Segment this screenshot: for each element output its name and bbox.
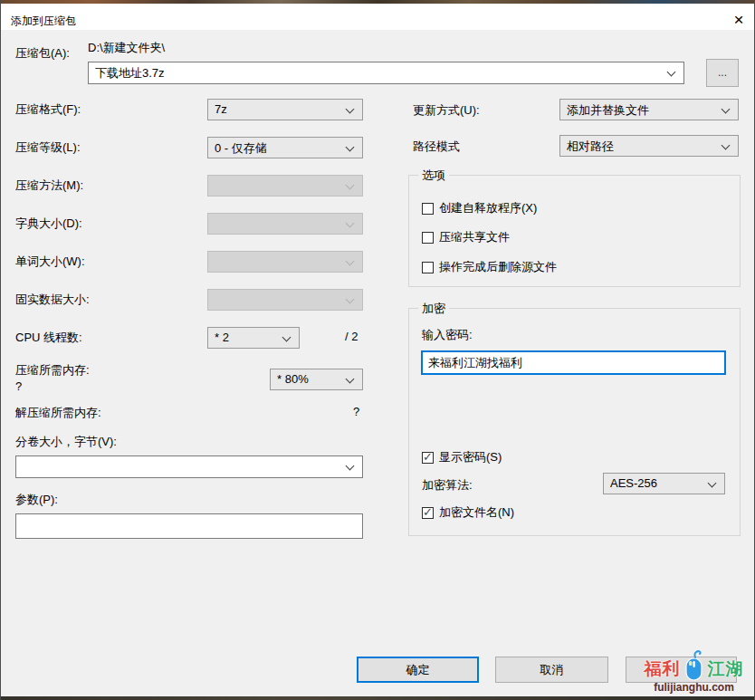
delete-after-checkbox-label: 操作完成后删除源文件	[439, 259, 557, 275]
chevron-down-icon	[722, 141, 731, 150]
chevron-down-icon	[346, 105, 355, 114]
chevron-down-icon	[667, 68, 676, 77]
memory-compress-amount: ?	[15, 379, 22, 393]
word-size-label: 单词大小(W):	[15, 254, 85, 270]
parameters-input[interactable]	[15, 513, 363, 539]
memory-percent-value: * 80%	[277, 372, 309, 386]
chevron-down-icon	[346, 181, 355, 190]
cpu-threads-total: / 2	[345, 330, 358, 343]
volume-size-combobox[interactable]	[15, 455, 363, 478]
memory-decompress-amount: ?	[353, 405, 359, 418]
encrypt-filenames-checkbox-label: 加密文件名(N)	[439, 504, 514, 521]
cpu-threads-label: CPU 线程数:	[15, 330, 82, 346]
checkbox-checked-icon	[422, 507, 434, 519]
chevron-down-icon	[346, 143, 355, 152]
encrypt-filenames-checkbox[interactable]: 加密文件名(N)	[422, 504, 514, 521]
encryption-method-value: AES-256	[610, 476, 657, 490]
solid-block-combobox	[207, 289, 363, 311]
options-group-title: 选项	[418, 168, 449, 184]
chevron-down-icon	[708, 479, 717, 488]
add-to-archive-dialog: 添加到压缩包 × 压缩包(A): D:\新建文件夹\ 下载地址3.7z ... …	[0, 0, 755, 700]
path-mode-combobox[interactable]: 相对路径	[559, 135, 739, 157]
chevron-down-icon	[346, 295, 355, 304]
ok-button[interactable]: 确定	[357, 657, 479, 683]
level-combobox[interactable]: 0 - 仅存储	[207, 137, 363, 158]
checkbox-icon	[422, 262, 434, 273]
method-combobox	[207, 175, 363, 197]
cancel-button[interactable]: 取消	[495, 657, 608, 683]
level-label: 压缩等级(L):	[15, 139, 81, 156]
memory-decompress-label: 解压缩所需内存:	[15, 405, 101, 421]
chevron-down-icon	[282, 333, 291, 342]
chevron-down-icon	[346, 375, 355, 384]
show-password-checkbox[interactable]: 显示密码(S)	[422, 449, 502, 465]
format-label: 压缩格式(F):	[15, 101, 81, 118]
help-button-covered[interactable]	[626, 657, 737, 683]
update-mode-label: 更新方式(U):	[413, 102, 480, 119]
title-bar: 添加到压缩包 ×	[1, 4, 755, 30]
shared-files-checkbox[interactable]: 压缩共享文件	[422, 229, 510, 245]
password-label: 输入密码:	[422, 327, 473, 343]
path-mode-label: 路径模式	[413, 139, 460, 155]
level-value: 0 - 仅存储	[215, 140, 267, 157]
memory-percent-combobox[interactable]: * 80%	[270, 369, 363, 390]
shared-files-checkbox-label: 压缩共享文件	[439, 229, 510, 245]
path-mode-value: 相对路径	[567, 139, 614, 155]
watermark-url: fulijianghu.com	[632, 681, 755, 694]
encryption-method-combobox[interactable]: AES-256	[603, 473, 725, 494]
archive-name-combobox[interactable]: 下载地址3.7z	[88, 62, 684, 84]
desktop-bottom-sliver	[1, 696, 755, 700]
browse-button[interactable]: ...	[706, 59, 739, 87]
encryption-method-label: 加密算法:	[422, 477, 473, 494]
archive-dir-path: D:\新建文件夹\	[88, 40, 165, 56]
method-label: 压缩方法(M):	[15, 177, 83, 194]
sfx-checkbox-label: 创建自释放程序(X)	[439, 200, 537, 216]
archive-label: 压缩包(A):	[15, 45, 70, 62]
checkbox-checked-icon	[422, 452, 434, 464]
delete-after-checkbox[interactable]: 操作完成后删除源文件	[422, 259, 557, 275]
chevron-down-icon	[346, 257, 355, 266]
sfx-checkbox[interactable]: 创建自释放程序(X)	[422, 200, 537, 216]
solid-block-label: 固实数据大小:	[15, 292, 90, 308]
cpu-threads-value: * 2	[215, 331, 229, 344]
show-password-checkbox-label: 显示密码(S)	[439, 449, 502, 465]
checkbox-icon	[422, 203, 434, 215]
cpu-threads-combobox[interactable]: * 2	[207, 327, 300, 349]
update-mode-value: 添加并替换文件	[567, 102, 649, 119]
close-icon[interactable]: ×	[722, 7, 755, 34]
archive-name-value: 下载地址3.7z	[95, 65, 165, 82]
chevron-down-icon	[722, 105, 731, 114]
password-input[interactable]	[421, 350, 726, 375]
update-mode-combobox[interactable]: 添加并替换文件	[559, 99, 739, 120]
word-size-combobox	[207, 251, 363, 273]
dictionary-label: 字典大小(D):	[15, 216, 82, 232]
format-value: 7z	[215, 102, 227, 116]
chevron-down-icon	[346, 462, 355, 471]
chevron-down-icon	[346, 219, 355, 228]
volume-size-label: 分卷大小，字节(V):	[15, 434, 117, 450]
memory-compress-label: 压缩所需内存:	[15, 362, 90, 379]
encryption-group-title: 加密	[418, 301, 449, 317]
checkbox-icon	[422, 232, 434, 244]
parameters-label: 参数(P):	[15, 492, 58, 508]
dialog-title: 添加到压缩包	[11, 14, 76, 29]
format-combobox[interactable]: 7z	[207, 99, 363, 120]
dictionary-combobox	[207, 213, 363, 235]
